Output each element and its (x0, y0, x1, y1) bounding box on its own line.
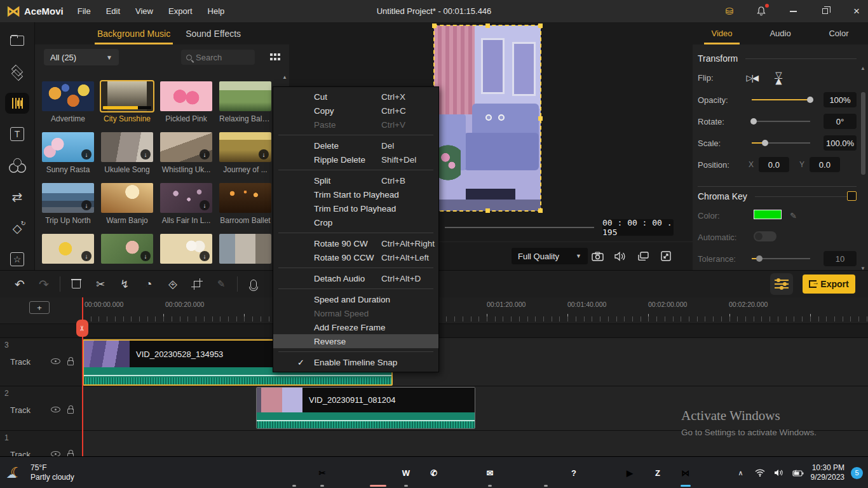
taskbar-app-icon[interactable] (364, 458, 392, 488)
menu-item[interactable]: View (135, 6, 153, 16)
flip-horizontal-icon[interactable]: ▷¦◀ (747, 73, 757, 83)
music-item[interactable]: ↓ (160, 234, 212, 270)
cart-icon[interactable]: ⛁ (723, 5, 736, 18)
opacity-slider[interactable] (752, 99, 810, 100)
menu-item[interactable]: Edit (106, 6, 120, 16)
context-menu-item[interactable]: ✓ Add Freeze Frame (273, 320, 438, 334)
wifi-icon[interactable] (754, 469, 766, 477)
add-track-button[interactable]: + (29, 301, 50, 314)
taskbar-app-icon[interactable] (252, 458, 280, 488)
speed-button[interactable]: ↯ (112, 274, 137, 294)
weather-widget[interactable]: ☾☁ 75°F Partly cloudy (6, 457, 74, 488)
music-item[interactable]: ↓ Advertime (42, 81, 94, 132)
scroll-up-arrow[interactable]: ▲ (282, 74, 287, 80)
context-menu-item[interactable]: ✓ (273, 285, 438, 292)
track-visibility-icon[interactable] (51, 407, 60, 412)
playhead[interactable]: ✂ (82, 297, 83, 456)
music-item[interactable]: ↓ (101, 234, 153, 270)
chroma-key-checkbox[interactable] (847, 191, 857, 201)
position-y-field[interactable]: 0.0 (810, 157, 840, 172)
download-icon[interactable]: ↓ (200, 200, 210, 210)
context-menu-item[interactable]: ✓ Paste Ctrl+V (273, 118, 438, 132)
context-menu-item[interactable]: ✓ (273, 132, 438, 139)
eyedropper-icon[interactable]: ✎ (790, 211, 797, 220)
notification-count-badge[interactable]: 5 (851, 467, 863, 479)
rail-item-icon[interactable] (5, 249, 29, 270)
scale-slider[interactable] (752, 142, 810, 144)
minimize-button[interactable] (787, 5, 799, 18)
music-tab[interactable]: Background Music (97, 22, 170, 44)
menu-item[interactable]: Export (168, 6, 193, 16)
taskbar-app-icon[interactable] (196, 458, 224, 488)
taskbar-app-icon[interactable] (588, 458, 616, 488)
taskbar-app-icon[interactable]: ⋈ (672, 458, 700, 488)
music-item[interactable]: ↓ Warm Banjo (101, 183, 153, 234)
music-item[interactable]: ↓ Barroom Ballet (219, 183, 271, 234)
menu-item[interactable]: File (78, 6, 91, 16)
volume-icon[interactable] (613, 249, 627, 263)
position-x-field[interactable]: 0.0 (759, 157, 789, 172)
download-icon[interactable]: ↓ (140, 149, 151, 159)
scrollbar-thumb[interactable] (861, 92, 865, 175)
rail-item-icon[interactable] (5, 30, 29, 51)
properties-scrollbar[interactable]: ▲ ▼ (861, 73, 865, 264)
download-icon[interactable]: ↓ (200, 149, 210, 159)
track-lock-icon[interactable] (67, 357, 74, 365)
crop-button[interactable] (185, 274, 209, 294)
search-input[interactable]: Search (181, 50, 255, 65)
taskbar-clock[interactable]: 10:30 PM 9/29/2023 (811, 463, 844, 482)
redo-button[interactable]: ↷ (32, 274, 56, 294)
music-item[interactable]: ↓ Pickled Pink (160, 81, 212, 132)
resize-handle[interactable] (538, 116, 543, 121)
quality-dropdown[interactable]: Full Quality ▼ (512, 248, 588, 264)
music-item[interactable]: ↓ Ukulele Song (101, 132, 153, 183)
context-menu-item[interactable]: ✓ Speed and Duration (273, 292, 438, 306)
context-menu-item[interactable]: ✓ (273, 229, 438, 236)
rotate-handle[interactable] (498, 114, 505, 121)
track-visibility-icon[interactable] (51, 451, 60, 456)
keyframe-button[interactable] (161, 274, 185, 294)
download-icon[interactable]: ↓ (259, 149, 269, 159)
taskbar-app-icon[interactable] (448, 458, 476, 488)
close-button[interactable]: × (850, 5, 863, 18)
music-tab[interactable]: Sound Effects (186, 22, 241, 44)
download-icon[interactable]: ↓ (81, 149, 92, 159)
battery-icon[interactable] (792, 470, 804, 477)
context-menu-item[interactable]: ✓ (273, 166, 438, 173)
voiceover-mic-button[interactable] (241, 274, 266, 294)
music-item[interactable]: ↓ City Sunshine (101, 81, 153, 132)
rail-item-icon[interactable] (5, 155, 29, 176)
context-menu-item[interactable]: ✓ Ripple Delete Shift+Del (273, 152, 438, 166)
taskbar-app-icon[interactable]: ▶ (616, 458, 644, 488)
rail-item-icon[interactable] (5, 61, 29, 82)
taskbar-app-icon[interactable] (504, 458, 532, 488)
taskbar-app-icon[interactable]: ? (560, 458, 588, 488)
split-scissors-button[interactable]: ✂ (88, 274, 112, 294)
context-menu-item[interactable]: ✓ Enable Timeline Snap (273, 355, 438, 369)
taskbar-app-icon[interactable]: Z (644, 458, 672, 488)
context-menu-item[interactable]: ✓ Rotate 90 CW Ctrl+Alt+Right (273, 236, 438, 250)
music-item[interactable]: ↓ Sunny Rasta (42, 132, 94, 183)
download-icon[interactable]: ↓ (200, 251, 210, 261)
taskbar-app-icon[interactable] (224, 458, 252, 488)
resize-handle[interactable] (538, 24, 543, 28)
notification-bell-icon[interactable] (755, 5, 768, 18)
context-menu-item[interactable]: ✓ Trim Start to Playhead (273, 187, 438, 201)
track-lock-icon[interactable] (67, 450, 74, 456)
scroll-up-arrow[interactable]: ▲ (860, 65, 865, 71)
music-item[interactable]: ↓ (219, 234, 271, 270)
context-menu-item[interactable]: ✓ Trim End to Playhead (273, 201, 438, 215)
category-dropdown[interactable]: All (25) ▼ (44, 49, 119, 65)
taskbar-app-icon[interactable] (532, 458, 560, 488)
delete-button[interactable] (64, 274, 88, 294)
undo-button[interactable]: ↶ (8, 274, 32, 294)
opacity-value[interactable]: 100% (824, 92, 857, 107)
menu-item[interactable]: Help (208, 6, 225, 16)
render-preview-button[interactable]: ◔ (137, 274, 161, 294)
automatic-toggle[interactable] (754, 231, 776, 241)
context-menu-item[interactable]: ✓ Detach Audio Ctrl+Alt+D (273, 271, 438, 285)
context-menu-item[interactable]: ✓ Crop (273, 215, 438, 229)
context-menu-item[interactable]: ✓ (273, 348, 438, 355)
preview-seek-bar[interactable] (445, 227, 594, 228)
timeline-clip[interactable]: VID_20230911_081204 (256, 387, 475, 429)
